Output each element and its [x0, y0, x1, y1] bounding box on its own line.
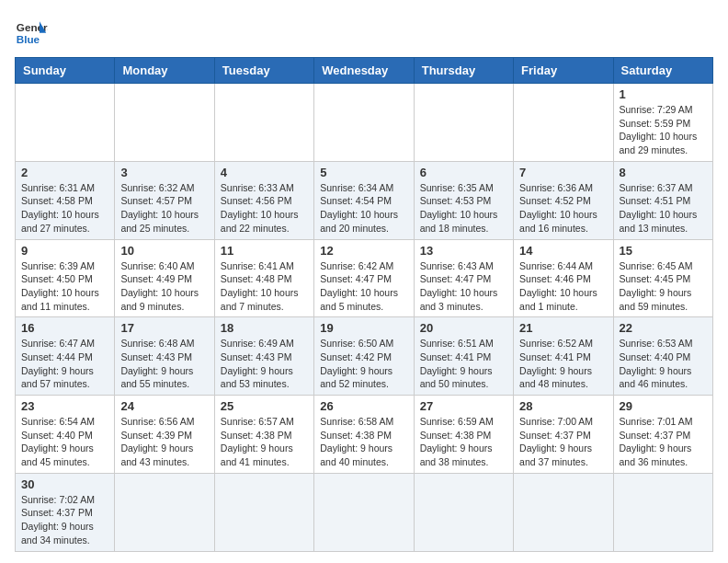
day-info: Sunrise: 6:42 AM Sunset: 4:47 PM Dayligh… — [320, 259, 407, 314]
day-number: 5 — [320, 166, 407, 179]
week-row-2: 2Sunrise: 6:31 AM Sunset: 4:58 PM Daylig… — [16, 161, 713, 239]
calendar-cell — [414, 473, 513, 551]
day-number: 3 — [120, 166, 208, 179]
calendar-cell — [414, 84, 513, 162]
calendar-cell: 19Sunrise: 6:50 AM Sunset: 4:42 PM Dayli… — [314, 317, 414, 396]
day-info: Sunrise: 6:41 AM Sunset: 4:48 PM Dayligh… — [221, 259, 308, 314]
day-info: Sunrise: 6:59 AM Sunset: 4:38 PM Dayligh… — [420, 415, 507, 469]
weekday-header-row: SundayMondayTuesdayWednesdayThursdayFrid… — [16, 58, 713, 84]
day-number: 22 — [620, 321, 707, 335]
day-number: 29 — [620, 399, 707, 413]
day-info: Sunrise: 6:33 AM Sunset: 4:56 PM Dayligh… — [221, 181, 308, 236]
day-number: 4 — [221, 166, 308, 179]
calendar-cell: 24Sunrise: 6:56 AM Sunset: 4:39 PM Dayli… — [115, 396, 214, 474]
calendar-cell: 21Sunrise: 6:52 AM Sunset: 4:41 PM Dayli… — [514, 317, 613, 396]
calendar-cell: 10Sunrise: 6:40 AM Sunset: 4:49 PM Dayli… — [115, 239, 214, 317]
weekday-header-wednesday: Wednesday — [314, 58, 414, 84]
week-row-4: 16Sunrise: 6:47 AM Sunset: 4:44 PM Dayli… — [16, 317, 713, 396]
day-number: 6 — [420, 166, 507, 179]
calendar-cell — [115, 84, 214, 162]
svg-text:Blue: Blue — [17, 33, 40, 45]
day-info: Sunrise: 7:02 AM Sunset: 4:37 PM Dayligh… — [21, 493, 108, 547]
day-info: Sunrise: 6:44 AM Sunset: 4:46 PM Dayligh… — [519, 259, 607, 314]
calendar-cell: 25Sunrise: 6:57 AM Sunset: 4:38 PM Dayli… — [214, 396, 313, 474]
calendar-cell: 3Sunrise: 6:32 AM Sunset: 4:57 PM Daylig… — [115, 161, 214, 239]
calendar-cell: 23Sunrise: 6:54 AM Sunset: 4:40 PM Dayli… — [16, 396, 115, 474]
day-number: 11 — [221, 244, 308, 258]
day-number: 26 — [320, 399, 407, 413]
calendar-cell: 9Sunrise: 6:39 AM Sunset: 4:50 PM Daylig… — [16, 239, 115, 317]
day-info: Sunrise: 6:34 AM Sunset: 4:54 PM Dayligh… — [320, 181, 407, 236]
weekday-header-thursday: Thursday — [414, 58, 513, 84]
calendar-cell — [16, 84, 115, 162]
calendar-cell — [115, 473, 214, 551]
calendar-cell: 16Sunrise: 6:47 AM Sunset: 4:44 PM Dayli… — [16, 317, 115, 396]
day-number: 2 — [21, 166, 108, 179]
calendar-cell — [613, 473, 712, 551]
day-info: Sunrise: 6:50 AM Sunset: 4:42 PM Dayligh… — [320, 337, 407, 391]
calendar-cell: 26Sunrise: 6:58 AM Sunset: 4:38 PM Dayli… — [314, 396, 414, 474]
day-info: Sunrise: 7:01 AM Sunset: 4:37 PM Dayligh… — [620, 415, 707, 469]
calendar-cell: 2Sunrise: 6:31 AM Sunset: 4:58 PM Daylig… — [16, 161, 115, 239]
calendar-cell: 13Sunrise: 6:43 AM Sunset: 4:47 PM Dayli… — [414, 239, 513, 317]
calendar-cell: 29Sunrise: 7:01 AM Sunset: 4:37 PM Dayli… — [613, 396, 712, 474]
weekday-header-tuesday: Tuesday — [214, 58, 313, 84]
calendar-cell: 14Sunrise: 6:44 AM Sunset: 4:46 PM Dayli… — [514, 239, 613, 317]
weekday-header-friday: Friday — [514, 58, 613, 84]
day-info: Sunrise: 7:29 AM Sunset: 5:59 PM Dayligh… — [620, 103, 707, 157]
calendar-table: SundayMondayTuesdayWednesdayThursdayFrid… — [15, 57, 713, 552]
calendar-cell — [214, 473, 313, 551]
day-number: 15 — [620, 244, 707, 258]
day-info: Sunrise: 6:56 AM Sunset: 4:39 PM Dayligh… — [120, 415, 208, 469]
day-info: Sunrise: 6:52 AM Sunset: 4:41 PM Dayligh… — [519, 337, 607, 391]
day-info: Sunrise: 7:00 AM Sunset: 4:37 PM Dayligh… — [519, 415, 607, 469]
calendar-cell — [314, 84, 414, 162]
week-row-5: 23Sunrise: 6:54 AM Sunset: 4:40 PM Dayli… — [16, 396, 713, 474]
calendar-cell: 1Sunrise: 7:29 AM Sunset: 5:59 PM Daylig… — [613, 84, 712, 162]
day-info: Sunrise: 6:39 AM Sunset: 4:50 PM Dayligh… — [21, 259, 108, 314]
day-info: Sunrise: 6:51 AM Sunset: 4:41 PM Dayligh… — [420, 337, 507, 391]
day-number: 25 — [221, 399, 308, 413]
calendar-cell: 17Sunrise: 6:48 AM Sunset: 4:43 PM Dayli… — [115, 317, 214, 396]
calendar-cell — [214, 84, 313, 162]
day-number: 20 — [420, 321, 507, 335]
day-number: 18 — [221, 321, 308, 335]
day-info: Sunrise: 6:43 AM Sunset: 4:47 PM Dayligh… — [420, 259, 507, 314]
day-number: 9 — [21, 244, 108, 258]
day-number: 27 — [420, 399, 507, 413]
day-number: 16 — [21, 321, 108, 335]
week-row-3: 9Sunrise: 6:39 AM Sunset: 4:50 PM Daylig… — [16, 239, 713, 317]
day-number: 28 — [519, 399, 607, 413]
calendar-cell: 8Sunrise: 6:37 AM Sunset: 4:51 PM Daylig… — [613, 161, 712, 239]
calendar-cell: 20Sunrise: 6:51 AM Sunset: 4:41 PM Dayli… — [414, 317, 513, 396]
day-number: 1 — [620, 87, 707, 101]
day-number: 14 — [519, 244, 607, 258]
weekday-header-saturday: Saturday — [613, 58, 712, 84]
weekday-header-monday: Monday — [115, 58, 214, 84]
day-info: Sunrise: 6:48 AM Sunset: 4:43 PM Dayligh… — [120, 337, 208, 391]
day-number: 7 — [519, 166, 607, 179]
calendar-cell — [514, 84, 613, 162]
day-info: Sunrise: 6:58 AM Sunset: 4:38 PM Dayligh… — [320, 415, 407, 469]
calendar-cell: 28Sunrise: 7:00 AM Sunset: 4:37 PM Dayli… — [514, 396, 613, 474]
calendar-cell — [314, 473, 414, 551]
day-number: 30 — [21, 477, 108, 491]
day-info: Sunrise: 6:35 AM Sunset: 4:53 PM Dayligh… — [420, 181, 507, 236]
day-info: Sunrise: 6:54 AM Sunset: 4:40 PM Dayligh… — [21, 415, 108, 469]
calendar-cell: 12Sunrise: 6:42 AM Sunset: 4:47 PM Dayli… — [314, 239, 414, 317]
day-info: Sunrise: 6:49 AM Sunset: 4:43 PM Dayligh… — [221, 337, 308, 391]
calendar-cell: 27Sunrise: 6:59 AM Sunset: 4:38 PM Dayli… — [414, 396, 513, 474]
day-info: Sunrise: 6:45 AM Sunset: 4:45 PM Dayligh… — [620, 259, 707, 314]
calendar-cell: 4Sunrise: 6:33 AM Sunset: 4:56 PM Daylig… — [214, 161, 313, 239]
day-info: Sunrise: 6:36 AM Sunset: 4:52 PM Dayligh… — [519, 181, 607, 236]
logo-icon: General Blue — [15, 15, 48, 48]
day-info: Sunrise: 6:57 AM Sunset: 4:38 PM Dayligh… — [221, 415, 308, 469]
day-number: 23 — [21, 399, 108, 413]
day-number: 13 — [420, 244, 507, 258]
week-row-1: 1Sunrise: 7:29 AM Sunset: 5:59 PM Daylig… — [16, 84, 713, 162]
day-info: Sunrise: 6:40 AM Sunset: 4:49 PM Dayligh… — [120, 259, 208, 314]
day-info: Sunrise: 6:53 AM Sunset: 4:40 PM Dayligh… — [620, 337, 707, 391]
calendar-cell: 6Sunrise: 6:35 AM Sunset: 4:53 PM Daylig… — [414, 161, 513, 239]
week-row-6: 30Sunrise: 7:02 AM Sunset: 4:37 PM Dayli… — [16, 473, 713, 551]
page-header: General Blue — [15, 15, 713, 48]
